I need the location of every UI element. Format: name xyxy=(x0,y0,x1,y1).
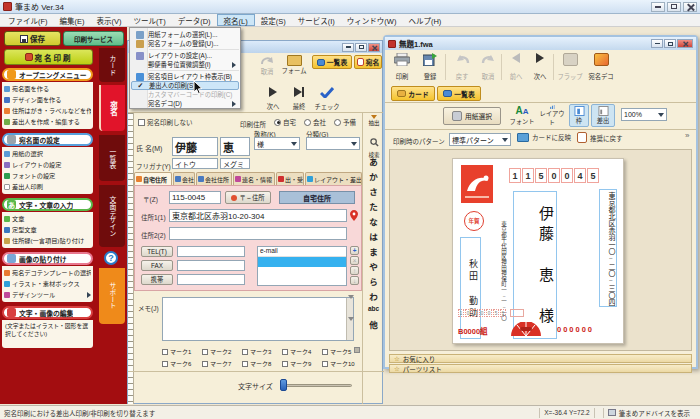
paper-select-button[interactable]: 用紙選択 xyxy=(443,107,501,125)
mark5-checkbox[interactable]: マーク5 xyxy=(322,347,351,356)
first-name-field[interactable]: 恵 xyxy=(220,137,250,156)
section-image-paste[interactable]: 画像の貼り付け xyxy=(2,252,93,265)
tab-send-receive[interactable]: 出・受 xyxy=(276,172,304,185)
index-a[interactable]: あ xyxy=(363,155,384,167)
memo-textarea[interactable] xyxy=(162,297,354,341)
tab-layout-sender[interactable]: レイアウト・差出人 xyxy=(305,172,362,185)
index-ka[interactable]: か xyxy=(363,170,384,182)
menu-data[interactable]: データ(D) xyxy=(172,14,217,26)
tel-label-button[interactable]: TEL(T) xyxy=(141,246,173,257)
atena-deco-button[interactable]: 宛名デコ xyxy=(585,52,617,82)
tab-company-address[interactable]: 会社住所 xyxy=(196,172,232,185)
kana-first-field[interactable]: メグミ xyxy=(220,158,250,169)
zip-address-convert-button[interactable]: 〒⇔住所 xyxy=(225,191,271,204)
menu-edit[interactable]: 編集(E) xyxy=(54,14,91,26)
next-button[interactable]: 次へ xyxy=(529,52,551,82)
mobile-label-button[interactable]: 携帯 xyxy=(141,274,173,285)
help-icon[interactable]: ? xyxy=(104,251,118,265)
email-selected-row[interactable] xyxy=(258,257,346,267)
print-service-button[interactable]: 印刷サービス xyxy=(63,31,124,46)
prev-button[interactable]: 前へ xyxy=(505,52,527,82)
menu-item-paper-form[interactable]: 用紙フォームの選択(L)... xyxy=(131,30,239,39)
favorites-panel-bar[interactable]: ☆ お気に入り xyxy=(389,354,692,363)
zoom-select[interactable]: 100% xyxy=(621,108,667,121)
tab-list[interactable]: 一覧表 xyxy=(99,135,125,181)
fax-field[interactable] xyxy=(177,260,245,271)
menu-item-atena-deco[interactable]: 宛名デコ(D) xyxy=(131,99,239,108)
sidebar-item-font-settings[interactable]: フォントの設定 xyxy=(4,170,91,181)
index-ma[interactable]: ま xyxy=(363,245,384,257)
mark7-checkbox[interactable]: マーク7 xyxy=(202,359,231,368)
mobile-field[interactable] xyxy=(177,274,245,285)
sidebar-item-make-sender[interactable]: 差出人を作成・編集する xyxy=(4,116,91,127)
close-button[interactable] xyxy=(683,2,697,12)
close-button[interactable] xyxy=(368,43,380,52)
atena-view-button[interactable]: 宛名 xyxy=(354,55,382,69)
list-view-button[interactable]: 一覧表 xyxy=(312,55,352,69)
index-wa[interactable]: わ xyxy=(363,290,384,302)
tab-atena[interactable]: 宛名 xyxy=(99,85,125,131)
index-ya[interactable]: や xyxy=(363,260,384,272)
mark3-checkbox[interactable]: マーク3 xyxy=(242,347,271,356)
frame-tool[interactable]: 枠 xyxy=(569,104,589,127)
mark4-checkbox[interactable]: マーク4 xyxy=(282,347,311,356)
reset-recommended-button[interactable]: 推奨に戻す xyxy=(577,132,623,143)
sidebar-item-make-design[interactable]: デザイン面を作る xyxy=(4,94,91,105)
move-down-button[interactable]: ↓ xyxy=(350,276,359,285)
section-edit[interactable]: 文字・画像の編集 xyxy=(2,306,93,319)
menu-item-layout-frame[interactable]: 宛名項目レイアウト枠表示(B) xyxy=(131,72,239,81)
last-record-button[interactable]: 最終 xyxy=(288,87,310,111)
menu-window[interactable]: ウィンドウ(W) xyxy=(341,14,403,26)
no-print-checkbox[interactable]: 宛名印刷しない xyxy=(138,117,193,127)
next-record-button[interactable]: 次へ xyxy=(262,87,284,111)
layout-tool[interactable]: レイアウト xyxy=(537,105,567,127)
mark2-checkbox[interactable]: マーク2 xyxy=(202,347,231,356)
mark8-checkbox[interactable]: マーク8 xyxy=(242,359,271,368)
sidebar-item-layout-settings[interactable]: レイアウトの設定 xyxy=(4,159,91,170)
menu-help[interactable]: ヘルプ(H) xyxy=(402,14,447,26)
parts-list-panel-bar[interactable]: ☆ パーツリスト xyxy=(389,364,692,373)
menu-view[interactable]: 表示(V) xyxy=(91,14,128,26)
tab-company[interactable]: 会社 xyxy=(173,172,195,185)
sidebar-item-make-atena[interactable]: 宛名面を作る xyxy=(4,83,91,94)
sidebar-item-design-tool[interactable]: デザインツール xyxy=(4,289,91,300)
index-ha[interactable]: は xyxy=(363,230,384,242)
sidebar-item-sender-print[interactable]: 差出人印刷 xyxy=(4,181,91,192)
radio-office[interactable]: 会社 xyxy=(304,117,326,127)
sidebar-item-template-text[interactable]: 定型文章 xyxy=(4,224,91,235)
tab-home-address[interactable]: 自宅住所 xyxy=(134,172,172,185)
index-sa[interactable]: さ xyxy=(363,185,384,197)
category-select[interactable] xyxy=(306,137,360,150)
section-atena-settings[interactable]: 宛名面の設定 xyxy=(2,133,93,146)
advice-toggle[interactable]: 筆まめアドバイスを表示 xyxy=(608,408,700,418)
mark1-checkbox[interactable]: マーク1 xyxy=(162,347,191,356)
sender-tool[interactable]: 差出 xyxy=(591,104,615,127)
preview-tab-list[interactable]: 一覧表 xyxy=(437,86,481,101)
index-na[interactable]: な xyxy=(363,215,384,227)
minimize-button[interactable] xyxy=(651,2,665,12)
last-name-field[interactable]: 伊藤 xyxy=(172,137,218,156)
menu-tools[interactable]: ツール(T) xyxy=(128,14,172,26)
close-button[interactable] xyxy=(677,39,693,48)
sidebar-item-illust-box[interactable]: イラスト・素材ボックス xyxy=(4,278,91,289)
tab-card[interactable]: カード xyxy=(99,48,125,82)
move-up-button[interactable]: ↑ xyxy=(350,266,359,275)
print-button[interactable]: 印刷 xyxy=(389,52,415,82)
pattern-select[interactable]: 標準パターン xyxy=(449,133,511,146)
postcard[interactable]: 年賀 1 1 5 0 0 4 5 東京都北区赤羽一〇−二〇−三〇四 xyxy=(452,158,624,344)
remove-email-button[interactable]: × xyxy=(350,256,359,265)
address1-field[interactable]: 東京都北区赤羽10-20-304 xyxy=(169,209,347,222)
extract-button[interactable]: 抽出 xyxy=(363,115,385,127)
menu-item-layout-settings[interactable]: レイアウトの設定(A)... xyxy=(131,51,239,60)
mark9-checkbox[interactable]: マーク9 xyxy=(282,359,311,368)
sender-address[interactable]: 東京都千代田区神田神保町一−一−一〇 xyxy=(495,221,508,321)
section-text-input[interactable]: あ 文字・文章の入力 xyxy=(2,198,93,211)
menu-atena[interactable]: 宛名(L) xyxy=(217,14,255,26)
add-email-button[interactable]: + xyxy=(350,246,359,255)
radio-home[interactable]: 自宅 xyxy=(274,117,296,127)
index-abc[interactable]: abc xyxy=(363,305,384,312)
flap-button[interactable]: フラップ xyxy=(557,52,583,82)
check-button[interactable]: チェック xyxy=(314,87,340,111)
recipient-address-box[interactable]: 東京都北区赤羽一〇−二〇−三〇四 xyxy=(599,189,617,307)
tel-field[interactable] xyxy=(177,246,245,257)
